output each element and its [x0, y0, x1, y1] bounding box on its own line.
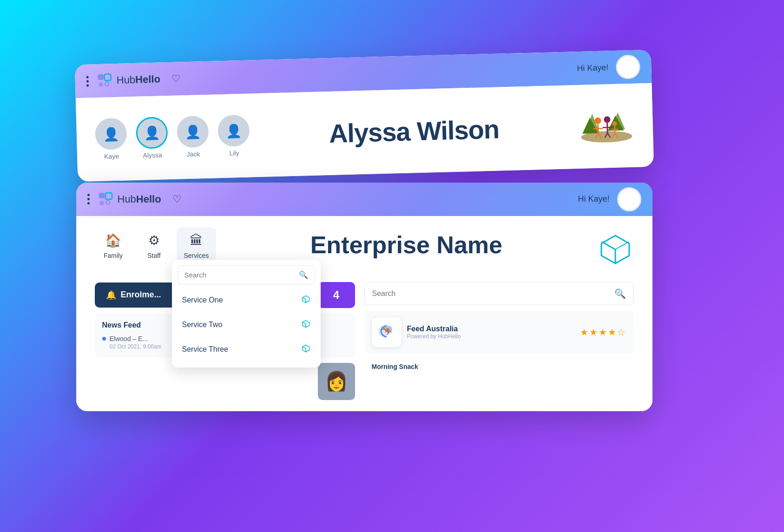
- feed-info: Feed Australia Powered by HubHello: [407, 325, 574, 340]
- main-search-box[interactable]: 🔍: [364, 282, 634, 305]
- svg-line-32: [302, 346, 305, 348]
- member-alyssa[interactable]: 👤 Alyssa: [135, 117, 168, 159]
- avatar-lily[interactable]: 👤: [217, 114, 250, 147]
- feed-logo: 🦘: [372, 317, 402, 347]
- heart-icon[interactable]: ♡: [171, 72, 181, 85]
- service-name-3: Service Three: [182, 345, 228, 354]
- service-item-3[interactable]: Service Three: [178, 337, 315, 362]
- enterprise-cube-icon: [597, 227, 634, 275]
- enrolment-label: Enrolme...: [121, 290, 161, 300]
- svg-line-16: [602, 127, 612, 128]
- hub-logo-icon: [96, 72, 113, 89]
- heart-icon-2[interactable]: ♡: [172, 193, 182, 205]
- nav-item-services[interactable]: 🏛 Services: [177, 227, 217, 265]
- user-avatar-1[interactable]: [615, 54, 640, 79]
- nav-area: 🏠 Family ⚙ Staff 🏛 Services: [76, 216, 652, 275]
- person-thumbnail: 👩: [318, 363, 355, 400]
- bell-icon: 🔔: [106, 290, 116, 300]
- logo-2: HubHello: [97, 191, 161, 208]
- services-icon: 🏛: [190, 233, 203, 248]
- member-jack[interactable]: 👤 Jack: [176, 115, 209, 158]
- profile-full-name: Alyssa Wilson: [249, 112, 579, 151]
- nav-item-staff[interactable]: ⚙ Staff: [136, 227, 173, 265]
- search-mag-icon: 🔍: [614, 288, 626, 299]
- card-profile: HubHello ♡ Hi Kaye! 👤 Kaye 👤 Alyssa 👤: [74, 49, 653, 181]
- dropdown-search-input[interactable]: [184, 271, 295, 279]
- search-icon: 🔍: [299, 270, 308, 279]
- family-avatars: 👤 Kaye 👤 Alyssa 👤 Jack 👤 Lily: [94, 114, 250, 160]
- cube-icon-2: [301, 319, 310, 331]
- service-item-1[interactable]: Service One: [178, 288, 315, 313]
- user-avatar-2[interactable]: [617, 187, 641, 211]
- svg-point-3: [105, 82, 108, 85]
- home-icon: 🏠: [105, 233, 121, 248]
- services-dropdown-panel: 🔍 Service One Service Two: [172, 260, 321, 368]
- count-badge: 4: [318, 282, 355, 308]
- avatar-alyssa[interactable]: 👤: [135, 117, 168, 149]
- greeting-text-2: Hi Kaye!: [578, 194, 609, 204]
- enterprise-title-area: Enterprise Name: [216, 227, 596, 259]
- card-enterprise: HubHello ♡ Hi Kaye! 🏠 Family ⚙ Staff: [76, 183, 652, 411]
- cube-icon-3: [301, 344, 310, 355]
- svg-point-14: [604, 116, 610, 123]
- cube-icon-1: [301, 295, 310, 306]
- nav-label-services: Services: [184, 252, 209, 259]
- services-dropdown-wrapper: 🏛 Services 🔍 Service One: [177, 227, 217, 265]
- svg-rect-24: [99, 193, 105, 198]
- avatar-jack[interactable]: 👤: [176, 115, 209, 148]
- member-name-alyssa: Alyssa: [143, 151, 162, 159]
- right-panel: 🔍 🦘 Feed Au: [364, 282, 634, 400]
- dropdown-search-box[interactable]: 🔍: [178, 265, 315, 284]
- svg-point-26: [99, 201, 104, 205]
- svg-text:🦘: 🦘: [382, 326, 393, 336]
- svg-rect-25: [105, 193, 112, 199]
- feed-logo-symbol: 🦘: [376, 320, 398, 344]
- svg-point-2: [98, 82, 103, 86]
- svg-line-34: [601, 242, 615, 250]
- nav-items: 🏠 Family ⚙ Staff 🏛 Services: [95, 227, 217, 265]
- logo-text-2: HubHello: [118, 193, 161, 205]
- svg-line-28: [302, 297, 305, 299]
- svg-line-11: [593, 128, 602, 129]
- header-bar-2: HubHello ♡ Hi Kaye!: [76, 183, 652, 216]
- menu-icon-2[interactable]: [87, 194, 90, 204]
- main-search-input[interactable]: [372, 289, 610, 298]
- member-kaye[interactable]: 👤 Kaye: [94, 118, 127, 160]
- enterprise-name: Enterprise Name: [216, 231, 596, 259]
- menu-icon[interactable]: [86, 76, 89, 86]
- news-item-text: Elwood – E...: [110, 335, 148, 342]
- gear-icon: ⚙: [148, 233, 160, 248]
- member-lily[interactable]: 👤 Lily: [217, 114, 250, 157]
- service-item-2[interactable]: Service Two: [178, 313, 315, 337]
- svg-rect-0: [98, 74, 103, 79]
- logo: HubHello: [96, 71, 160, 89]
- svg-line-36: [615, 242, 629, 250]
- family-scene-icon: [578, 99, 635, 153]
- greeting-text-1: Hi Kaye!: [577, 62, 609, 73]
- profile-thumb-area: 👩: [95, 363, 355, 400]
- nav-label-family: Family: [104, 252, 123, 259]
- svg-line-30: [302, 322, 305, 323]
- member-name-lily: Lily: [229, 149, 239, 157]
- nav-label-staff: Staff: [147, 252, 161, 259]
- nav-item-family[interactable]: 🏠 Family: [95, 227, 132, 265]
- service-name-1: Service One: [182, 296, 223, 304]
- member-name-kaye: Kaye: [104, 152, 119, 160]
- profile-body: 👤 Kaye 👤 Alyssa 👤 Jack 👤 Lily Alyssa Wil…: [75, 83, 653, 181]
- svg-rect-1: [104, 74, 111, 80]
- avatar-kaye[interactable]: 👤: [94, 118, 127, 150]
- card-2-body: 🔔 Enrolme... 4 News Feed Elwood – E... 0…: [76, 275, 652, 411]
- service-name-2: Service Two: [182, 321, 223, 329]
- morning-snack-label: Morning Snack: [364, 359, 634, 374]
- feed-australia-card[interactable]: 🦘 Feed Australia Powered by HubHello ★★★…: [364, 311, 634, 354]
- star-rating: ★★★★☆: [580, 327, 626, 338]
- feed-sub: Powered by HubHello: [407, 333, 574, 340]
- logo-text: HubHello: [116, 73, 160, 86]
- news-dot: [102, 337, 106, 341]
- svg-point-27: [106, 201, 110, 204]
- hub-logo-icon-2: [97, 191, 114, 208]
- member-name-jack: Jack: [186, 150, 200, 158]
- feed-name: Feed Australia: [407, 325, 574, 333]
